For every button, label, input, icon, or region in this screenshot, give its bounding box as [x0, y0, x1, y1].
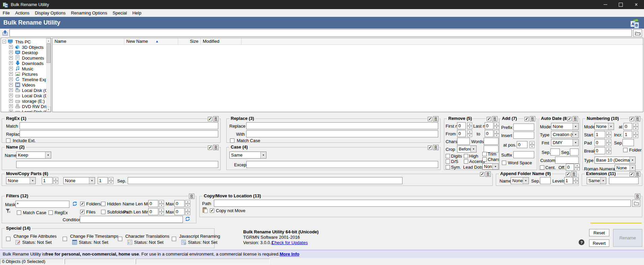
numbering-at-input[interactable]	[623, 123, 632, 130]
tree-item-label[interactable]: Desktop	[22, 50, 38, 55]
expand-box[interactable]	[9, 88, 13, 92]
reset-button[interactable]: Reset	[589, 229, 609, 236]
prefix-input[interactable]	[513, 124, 534, 131]
digits-checkbox[interactable]	[446, 154, 450, 158]
extension-mode-combo[interactable]: Same	[587, 177, 606, 184]
copy-not-move-checkbox[interactable]	[210, 208, 214, 213]
append-folder-sep-input[interactable]	[540, 177, 551, 184]
group-enable-checkbox[interactable]	[567, 117, 572, 121]
hidden-checkbox[interactable]	[101, 202, 105, 206]
incr-spinner[interactable]	[633, 131, 638, 138]
help-button[interactable]: ?	[579, 239, 584, 245]
sym-checkbox[interactable]	[446, 165, 450, 169]
column-header-name[interactable]: Name	[53, 38, 124, 45]
group-reset-button[interactable]: R	[635, 194, 640, 199]
group-enable-checkbox[interactable]	[208, 117, 212, 121]
tree-item-label[interactable]: Videos	[22, 82, 35, 88]
word-space-checkbox[interactable]	[502, 161, 506, 165]
first-n-input[interactable]	[457, 122, 466, 129]
column-header-new-name[interactable]: New Name ▲	[124, 38, 178, 45]
regex-match-input[interactable]	[20, 122, 218, 129]
condition-input[interactable]	[80, 216, 183, 223]
group-reset-button[interactable]: R	[573, 116, 578, 122]
files-checkbox[interactable]	[80, 210, 85, 214]
start-input[interactable]	[594, 131, 605, 138]
scroll-up-button[interactable]: ▲	[46, 38, 51, 43]
levels-spinner[interactable]	[573, 177, 578, 184]
folders-checkbox[interactable]	[80, 202, 85, 206]
group-enable-checkbox[interactable]	[428, 145, 432, 150]
append-folder-mode-combo[interactable]: None	[511, 177, 529, 184]
extension-input[interactable]	[609, 177, 639, 184]
subfolders-checkbox[interactable]	[101, 210, 105, 214]
rename-button[interactable]: Rename	[613, 229, 642, 247]
incr-input[interactable]	[623, 131, 632, 138]
group-reset-button[interactable]: R	[433, 116, 439, 122]
menu-renaming-options[interactable]: Renaming Options	[71, 10, 107, 15]
group-enable-checkbox[interactable]	[208, 145, 212, 150]
expand-box[interactable]	[9, 67, 13, 70]
group-reset-button[interactable]: R	[530, 116, 535, 122]
last-n-spinner[interactable]	[494, 122, 499, 129]
suffix-input[interactable]	[513, 151, 534, 158]
change-file-attributes-checkbox[interactable]	[6, 237, 10, 241]
ds-checkbox[interactable]	[446, 159, 450, 164]
name-len-max-input[interactable]	[174, 200, 185, 207]
menu-help[interactable]: Help	[132, 10, 141, 15]
match-case-checkbox[interactable]	[230, 138, 234, 143]
include-ext-checkbox[interactable]	[6, 138, 10, 143]
to-input[interactable]	[485, 130, 493, 137]
path-len-max-input[interactable]	[174, 208, 185, 215]
name-len-min-spinner[interactable]	[159, 200, 164, 207]
expand-box[interactable]	[9, 51, 13, 54]
revert-button[interactable]: Revert	[589, 239, 609, 247]
auto-date-mode-combo[interactable]: None	[551, 123, 579, 130]
minimize-button[interactable]	[598, 0, 613, 9]
javascript-renaming-checkbox[interactable]	[172, 237, 176, 241]
words-input[interactable]	[484, 138, 498, 145]
tree-item-label[interactable]: Pictures	[22, 72, 38, 77]
count2-spinner[interactable]	[108, 177, 114, 184]
numbering-sep-input[interactable]	[622, 139, 634, 146]
pad-input[interactable]	[594, 139, 605, 146]
high-checkbox[interactable]	[464, 154, 468, 158]
first-n-spinner[interactable]	[467, 122, 472, 129]
paste-icon[interactable]	[202, 207, 208, 213]
expand-box[interactable]	[9, 56, 13, 60]
menu-special[interactable]: Special	[112, 10, 127, 15]
levels-input[interactable]	[564, 177, 573, 184]
off-spinner[interactable]	[575, 164, 580, 171]
expand-box[interactable]	[9, 77, 13, 81]
tree-scrollbar[interactable]: ▲ ▼	[46, 38, 51, 112]
at-pos-input[interactable]	[517, 141, 527, 148]
group-reset-button[interactable]: R	[213, 116, 219, 122]
move-copy-count2-input[interactable]	[98, 177, 108, 184]
roman-numerals-combo[interactable]: None	[615, 165, 636, 171]
path-len-min-input[interactable]	[148, 208, 158, 215]
folder-checkbox[interactable]	[623, 148, 627, 152]
path-len-max-spinner[interactable]	[185, 208, 190, 215]
name-mode-combo[interactable]: Keep	[16, 152, 51, 159]
name-input[interactable]	[16, 161, 218, 168]
group-reset-button[interactable]: R	[485, 171, 491, 177]
scrollbar-thumb[interactable]	[46, 43, 51, 63]
name-len-max-spinner[interactable]	[185, 200, 190, 207]
menu-file[interactable]: File	[3, 10, 10, 15]
filters-regex-checkbox[interactable]	[49, 210, 53, 215]
refresh-icon[interactable]	[185, 216, 191, 222]
to-spinner[interactable]	[494, 130, 499, 137]
move-copy-sep-input[interactable]	[128, 177, 402, 184]
group-enable-checkbox[interactable]	[630, 172, 634, 176]
regex-replace-input[interactable]	[20, 130, 218, 137]
case-mode-combo[interactable]: Same	[229, 152, 266, 159]
column-header-modified[interactable]: Modified	[201, 38, 242, 45]
character-translations-checkbox[interactable]	[118, 237, 122, 241]
tree-item-label[interactable]: Documents	[22, 56, 44, 61]
menu-actions[interactable]: Actions	[15, 10, 30, 15]
tree-item-label[interactable]: Music	[22, 66, 33, 71]
off-input[interactable]	[566, 164, 574, 171]
group-enable-checkbox[interactable]	[566, 172, 570, 176]
group-reset-button[interactable]: R	[635, 171, 640, 177]
insert-input[interactable]	[513, 132, 534, 139]
numbering-at-spinner[interactable]	[633, 123, 638, 130]
